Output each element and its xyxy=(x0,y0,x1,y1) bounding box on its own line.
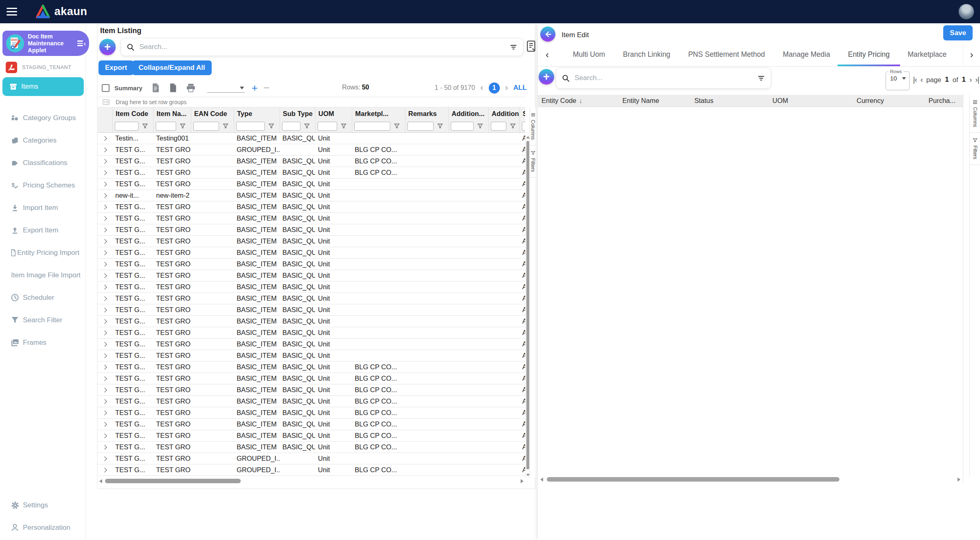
row-expander[interactable] xyxy=(98,213,112,224)
table-row[interactable]: TEST G...TEST GROU...GROUPED_I...UnitBLG… xyxy=(98,144,525,156)
row-expander[interactable] xyxy=(98,442,112,453)
sidebar-item-import-item[interactable]: Import Item xyxy=(0,196,85,219)
applet-collapse-icon[interactable]: ‹ xyxy=(77,40,86,47)
table-row[interactable]: TEST G...TEST GROU...BASIC_ITEMBASIC_QUA… xyxy=(98,339,525,350)
row-expander[interactable] xyxy=(98,407,112,418)
tabs-scroll-left-icon[interactable]: ‹ xyxy=(538,43,557,66)
table-row[interactable]: TEST G...TEST GROU...BASIC_ITEMBASIC_QUA… xyxy=(98,156,525,167)
sidebar-item-pricing-schemes[interactable]: $Pricing Schemes xyxy=(0,174,85,196)
row-expander[interactable] xyxy=(98,293,112,304)
tab-pns-settlement-method[interactable]: PNS Settlement Method xyxy=(687,43,767,66)
filter-funnel-icon[interactable] xyxy=(180,123,186,129)
row-expander[interactable] xyxy=(98,304,112,315)
column-header-uom[interactable]: UOM xyxy=(315,107,352,120)
table-row[interactable]: TEST G...TEST GROU...BASIC_ITEMBASIC_QUA… xyxy=(98,201,525,213)
table-row[interactable]: TEST G...TEST GROU...BASIC_ITEMBASIC_QUA… xyxy=(98,430,525,442)
row-expander[interactable] xyxy=(98,270,112,281)
menu-icon[interactable] xyxy=(7,8,17,16)
first-page-icon[interactable]: |‹ xyxy=(913,75,917,84)
row-expander[interactable] xyxy=(98,419,112,430)
last-page-icon[interactable]: ›| xyxy=(975,75,979,84)
filter-input-ean-code[interactable] xyxy=(193,122,219,131)
row-expander[interactable] xyxy=(98,373,112,384)
filter-funnel-icon[interactable] xyxy=(510,123,516,129)
column-header-addition[interactable]: Addition... xyxy=(488,107,519,120)
filter-funnel-icon[interactable] xyxy=(477,123,483,129)
filter-list-icon[interactable] xyxy=(510,43,517,51)
table-row[interactable]: TEST G...TEST GROU...BASIC_ITEMBASIC_QUA… xyxy=(98,270,525,281)
column-header-sub-type[interactable]: Sub Type xyxy=(280,107,315,120)
table-row[interactable]: TEST G...TEST GROU...BASIC_ITEMBASIC_QUA… xyxy=(98,281,525,293)
print-icon[interactable] xyxy=(186,83,196,92)
table-row[interactable]: TEST G...TEST GROU...BASIC_ITEMBASIC_QUA… xyxy=(98,179,525,190)
filters-panel-button[interactable]: Filters xyxy=(530,145,536,178)
filter-input-item-code[interactable] xyxy=(115,122,139,131)
column-header-ean-code[interactable]: EAN Code xyxy=(191,107,234,120)
next-page-icon[interactable]: › xyxy=(505,83,508,92)
row-expander[interactable] xyxy=(98,259,112,270)
filter-funnel-icon[interactable] xyxy=(142,123,148,129)
tab-manage-media[interactable]: Manage Media xyxy=(781,43,832,66)
row-expander[interactable] xyxy=(98,167,112,178)
column-header-status[interactable]: Status xyxy=(519,107,525,120)
tab-multi-uom[interactable]: Multi Uom xyxy=(571,43,607,66)
table-row[interactable]: TEST G...TEST GROU...BASIC_ITEMBASIC_QUA… xyxy=(98,442,525,453)
sidebar-item-categories[interactable]: Categories xyxy=(0,129,85,152)
row-expander[interactable] xyxy=(98,339,112,350)
view-toggle-icon[interactable] xyxy=(526,40,536,54)
export-button[interactable]: Export xyxy=(98,60,134,75)
filter-input-uom[interactable] xyxy=(318,122,337,131)
row-expander[interactable] xyxy=(98,396,112,407)
table-row[interactable]: TEST G...TEST GROU...GROUPED_I...UnitBLG… xyxy=(98,464,525,476)
row-expander[interactable] xyxy=(98,247,112,258)
horizontal-scrollbar-thumb[interactable] xyxy=(105,479,241,483)
add-item-button[interactable]: + xyxy=(99,39,116,55)
column-header-item-code[interactable]: Item Code xyxy=(112,107,153,120)
next-page-icon[interactable]: › xyxy=(969,75,971,84)
filter-input-addition[interactable] xyxy=(491,122,506,131)
table-row[interactable]: TEST G...TEST GROU...BASIC_ITEMBASIC_QUA… xyxy=(98,224,525,236)
column-header-status[interactable]: Status xyxy=(691,95,769,107)
column-header-uom[interactable]: UOM xyxy=(769,95,853,107)
table-row[interactable]: Testin...Testing001BASIC_ITEMBASIC_QUA..… xyxy=(98,133,525,144)
table-row[interactable]: TEST G...TEST GROU...BASIC_ITEMBASIC_QUA… xyxy=(98,384,525,396)
table-row[interactable]: TEST G...TEST GROU...BASIC_ITEMBASIC_QUA… xyxy=(98,213,525,224)
scroll-right-icon[interactable] xyxy=(521,479,524,483)
column-header-entity-code[interactable]: Entity Code↓ xyxy=(538,95,619,107)
filter-input-type[interactable] xyxy=(236,122,265,131)
row-expander[interactable] xyxy=(98,236,112,247)
scroll-down-icon[interactable] xyxy=(526,474,530,476)
horizontal-scrollbar-thumb[interactable] xyxy=(547,477,839,482)
table-row[interactable]: TEST G...TEST GROU...BASIC_ITEMBASIC_QUA… xyxy=(98,419,525,430)
column-header-item-na[interactable]: Item Na... xyxy=(153,107,191,120)
row-expander[interactable] xyxy=(98,327,112,338)
row-expander[interactable] xyxy=(98,144,112,155)
filter-funnel-icon[interactable] xyxy=(223,123,228,129)
column-header-currency[interactable]: Currency xyxy=(853,95,925,107)
column-header-addition[interactable]: Addition... xyxy=(448,107,488,120)
sidebar-item-category-groups[interactable]: Category Groups xyxy=(0,107,85,129)
table-row[interactable]: TEST G...TEST GROU...BASIC_ITEMBASIC_QUA… xyxy=(98,396,525,407)
filter-funnel-icon[interactable] xyxy=(394,123,400,129)
applet-badge[interactable]: DOC Doc Item Maintenance Applet ‹ xyxy=(2,31,89,56)
collapse-expand-all-button[interactable]: Collapse/Expand All xyxy=(132,60,212,75)
row-expander[interactable] xyxy=(98,179,112,190)
tabs-scroll-right-icon[interactable]: › xyxy=(963,43,980,66)
minus-icon[interactable]: − xyxy=(264,83,270,93)
column-header-marketpl[interactable]: Marketpl... xyxy=(352,107,405,120)
filter-funnel-icon[interactable] xyxy=(268,123,274,129)
table-row[interactable]: TEST G...TEST GROU...BASIC_ITEMBASIC_QUA… xyxy=(98,167,525,179)
row-expander[interactable] xyxy=(98,201,112,212)
table-row[interactable]: TEST G...TEST GROU...BASIC_ITEMBASIC_QUA… xyxy=(98,304,525,316)
column-header-entity-name[interactable]: Entity Name xyxy=(619,95,691,107)
back-button[interactable] xyxy=(540,27,555,42)
filter-input-marketpl[interactable] xyxy=(354,122,390,131)
sidebar-item-entity-pricing-import[interactable]: Entity Pricing Import xyxy=(0,241,85,264)
row-expander[interactable] xyxy=(98,430,112,441)
row-expander[interactable] xyxy=(98,133,112,144)
current-page-button[interactable]: 1 xyxy=(489,83,500,94)
plus-icon[interactable]: + xyxy=(251,83,257,93)
scroll-left-icon[interactable] xyxy=(99,479,102,483)
sidebar-item-scheduler[interactable]: Scheduler xyxy=(0,286,85,309)
summary-checkbox[interactable] xyxy=(102,84,110,92)
